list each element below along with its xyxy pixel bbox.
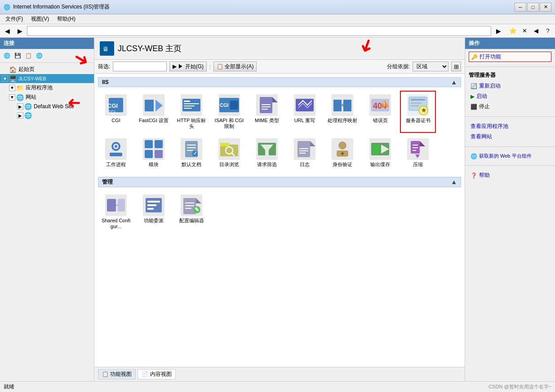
- icon-handler[interactable]: 处理程序映射: [324, 91, 360, 133]
- panel-copy-button[interactable]: 📋: [23, 51, 33, 61]
- svg-rect-48: [110, 153, 122, 156]
- tree-item-server[interactable]: ▼ 🖥️ JLCSY-WEB: [0, 74, 94, 83]
- panel-save-button[interactable]: 💾: [13, 51, 22, 61]
- action-group-components: 🌐 获取新的 Web 平台组件: [465, 149, 555, 163]
- filter-input[interactable]: [113, 62, 167, 71]
- open-feature-label: 打开功能: [480, 53, 501, 61]
- close-button[interactable]: ✕: [540, 3, 551, 12]
- content-header: 🖥 JLCSY-WEB 主页: [94, 38, 465, 60]
- action-open-feature[interactable]: 🔑 打开功能: [469, 52, 551, 62]
- icon-auth[interactable]: 身份验证: [324, 135, 360, 171]
- group-select[interactable]: 区域 无: [413, 62, 448, 71]
- icon-mime[interactable]: MIME 类型: [249, 91, 285, 133]
- content-view-tab[interactable]: 📄 内容视图: [138, 369, 175, 379]
- icon-worker[interactable]: 工作进程: [98, 135, 134, 171]
- icon-url-rewrite[interactable]: URL 重写: [287, 91, 323, 133]
- back-toolbar-button[interactable]: ◀: [531, 26, 542, 36]
- apppools-expand-icon[interactable]: ▼: [9, 85, 15, 91]
- iis-collapse-button[interactable]: ▲: [451, 79, 457, 86]
- tree-item-sites[interactable]: ▼ 🌐 网站: [0, 92, 94, 102]
- tree-item-default-web-site[interactable]: ▶ 🌐 Default Web Site: [0, 102, 94, 111]
- close-toolbar-button[interactable]: ✕: [519, 26, 530, 36]
- icon-compress[interactable]: 压缩: [400, 135, 436, 171]
- fastcgi-icon-img: [143, 94, 164, 116]
- action-view-sites[interactable]: 查看网站: [469, 132, 551, 142]
- star-button[interactable]: ⭐: [507, 26, 518, 36]
- dir-browse-icon-img: [218, 138, 240, 160]
- worker-label: 工作进程: [106, 162, 126, 167]
- tree-item-apppools[interactable]: ▼ 📁 应用程序池: [0, 83, 94, 92]
- tree-item-jlcsy[interactable]: ▶ 🌐: [0, 111, 94, 120]
- forward-button[interactable]: ▶: [14, 26, 25, 36]
- icon-isapi-cgi[interactable]: CGI ISAPI 和 CGI 限制: [211, 91, 247, 133]
- action-start[interactable]: ▶ 启动: [469, 91, 551, 101]
- icon-log[interactable]: 日志: [287, 135, 323, 171]
- icon-server-cert[interactable]: ★ 服务器证书: [400, 91, 436, 133]
- shared-config-icon-img: [105, 194, 127, 216]
- view-button[interactable]: ⊞: [451, 62, 461, 71]
- default-web-expand-icon[interactable]: ▶: [17, 103, 23, 110]
- tree-item-startpage[interactable]: 🏠 起始页: [0, 65, 94, 74]
- icon-config-editor[interactable]: ✎ 配置编辑器: [173, 191, 209, 233]
- icon-default-doc[interactable]: ✓ 默认文档: [173, 135, 209, 171]
- refresh-button[interactable]: ▶: [493, 26, 504, 36]
- menu-file[interactable]: 文件(F): [2, 14, 27, 24]
- svg-text:CGI: CGI: [107, 110, 115, 115]
- action-stop[interactable]: ⬛ 停止: [469, 101, 551, 112]
- svg-rect-56: [187, 145, 196, 145]
- icon-shared-config[interactable]: Shared Configur...: [98, 191, 134, 233]
- icon-feature-delegate[interactable]: 功能委派: [136, 191, 172, 233]
- icon-cgi[interactable]: CGI CGI CGI: [98, 91, 134, 133]
- help-icon: ❓: [471, 172, 477, 179]
- status-bar: 就绪 CSDN @暂时先用这个名字~: [0, 381, 555, 392]
- sep1: [465, 66, 555, 67]
- menu-help[interactable]: 帮助(H): [53, 14, 79, 24]
- svg-rect-40: [411, 102, 422, 104]
- dir-browse-label: 目录浏览: [219, 162, 239, 167]
- iis-section-label: IIS: [102, 79, 109, 85]
- maximize-button[interactable]: □: [527, 3, 539, 12]
- menu-view[interactable]: 视图(V): [27, 14, 53, 24]
- svg-rect-14: [184, 108, 192, 109]
- svg-text:★: ★: [421, 107, 426, 114]
- config-editor-label: 配置编辑器: [179, 218, 204, 224]
- action-view-app-pools[interactable]: 查看应用程序池: [469, 121, 551, 132]
- action-get-components[interactable]: 🌐 获取新的 Web 平台组件: [469, 151, 551, 161]
- url-rewrite-icon-img: [294, 94, 315, 116]
- show-all-button[interactable]: 📋 全部显示(A): [213, 62, 257, 71]
- icon-dir-browse[interactable]: 目录浏览: [211, 135, 247, 171]
- feature-view-tab[interactable]: 📋 功能视图: [98, 369, 136, 379]
- filter-label: 筛选:: [98, 63, 110, 70]
- manage-server-title: 管理服务器: [469, 71, 551, 79]
- icon-module[interactable]: 模块: [136, 135, 172, 171]
- panel-connect-button[interactable]: 🌐: [34, 51, 44, 61]
- iis-icons-grid: CGI CGI CGI: [98, 89, 461, 177]
- jlcsy-expand-icon[interactable]: ▶: [17, 112, 23, 119]
- icon-error[interactable]: 404 ! 错误页: [362, 91, 398, 133]
- icon-output-cache[interactable]: 输出缓存: [362, 135, 398, 171]
- svg-rect-51: [155, 140, 163, 148]
- back-button[interactable]: ◀: [2, 26, 13, 36]
- config-editor-icon-img: ✎: [181, 194, 202, 216]
- svg-rect-50: [145, 140, 153, 148]
- icon-req-filter[interactable]: 请求筛选: [249, 135, 285, 171]
- server-expand-icon[interactable]: ▼: [2, 75, 8, 82]
- icon-fastcgi[interactable]: FastCGI 设置: [136, 91, 172, 133]
- start-label: 启动: [476, 92, 487, 100]
- action-group-view: 查看应用程序池 查看网站: [465, 119, 555, 145]
- icons-area: IIS ▲ CGI CGI C: [94, 74, 465, 367]
- sites-expand-icon[interactable]: ▼: [9, 94, 15, 101]
- start-filter-button[interactable]: ▶ ▶ 开始(G): [169, 62, 207, 71]
- svg-rect-24: [262, 109, 268, 110]
- minimize-button[interactable]: ─: [515, 3, 526, 12]
- panel-globe-button[interactable]: 🌐: [2, 51, 12, 61]
- manage-collapse-button[interactable]: ▲: [451, 178, 457, 185]
- module-label: 模块: [149, 162, 159, 167]
- help-button[interactable]: ?: [542, 26, 553, 36]
- action-restart[interactable]: 🔄 重新启动: [469, 81, 551, 91]
- action-help[interactable]: ❓ 帮助: [469, 170, 551, 181]
- icon-http-response[interactable]: HTTP 响应标头: [173, 91, 209, 133]
- address-bar[interactable]: [27, 26, 491, 36]
- sites-icon: 🌐: [16, 94, 24, 101]
- title-bar: 🌐 Internet Information Services (IIS)管理器…: [0, 0, 555, 14]
